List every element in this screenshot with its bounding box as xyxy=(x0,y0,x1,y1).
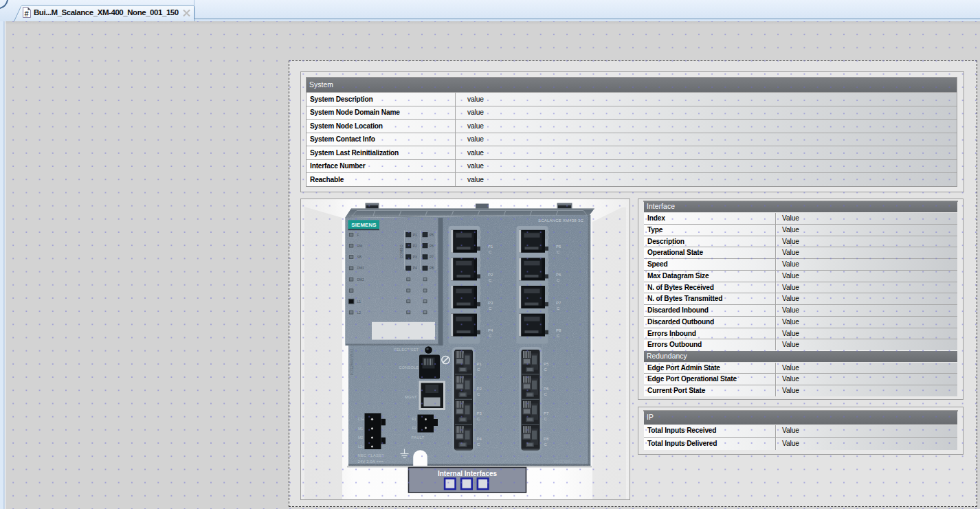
svg-text:C: C xyxy=(477,442,480,446)
svg-text:SIEMENS: SIEMENS xyxy=(351,222,377,228)
svg-text:C: C xyxy=(557,278,560,282)
svg-text:#: # xyxy=(25,10,29,18)
svg-text:P7: P7 xyxy=(544,411,549,416)
svg-text:NEC CLASS2: NEC CLASS2 xyxy=(358,453,384,457)
svg-text:L1: L1 xyxy=(357,300,361,304)
svg-text:P2: P2 xyxy=(413,245,417,248)
svg-text:M2: M2 xyxy=(358,436,363,440)
svg-text:P8: P8 xyxy=(544,437,549,441)
svg-text:DM1: DM1 xyxy=(357,267,365,270)
svg-text:C: C xyxy=(544,367,548,372)
svg-text:P4: P4 xyxy=(477,437,482,441)
svg-text:P5: P5 xyxy=(544,362,549,366)
svg-text:P5: P5 xyxy=(556,245,561,249)
svg-text:P4: P4 xyxy=(488,328,493,332)
svg-text:P3: P3 xyxy=(488,301,493,305)
svg-text:COMBO: COMBO xyxy=(400,245,403,258)
svg-text:F1: F1 xyxy=(412,417,416,421)
svg-text:P6: P6 xyxy=(430,245,434,248)
svg-text:C: C xyxy=(544,392,548,396)
svg-text:P6: P6 xyxy=(544,387,549,391)
svg-text:P7: P7 xyxy=(556,301,561,305)
svg-text:P2: P2 xyxy=(488,273,493,277)
svg-text:C: C xyxy=(557,334,560,338)
svg-text:6GK5 438-3: 6GK5 438-3 xyxy=(554,460,572,464)
svg-text:MGNT: MGNT xyxy=(405,395,417,399)
svg-text:L2+: L2+ xyxy=(358,444,364,449)
svg-text:P1: P1 xyxy=(488,245,493,249)
svg-text:RM: RM xyxy=(357,245,363,248)
svg-text:P8: P8 xyxy=(556,328,561,332)
svg-text:C: C xyxy=(544,417,548,421)
svg-text:P1TE78693 V5.0.1: P1TE78693 V5.0.1 xyxy=(350,348,354,375)
svg-text:SCALANCE XM438-3C: SCALANCE XM438-3C xyxy=(538,218,584,223)
svg-text:C: C xyxy=(489,306,492,310)
svg-text:P2: P2 xyxy=(477,387,482,391)
svg-text:P8: P8 xyxy=(430,267,434,270)
svg-text:24V 2.0A ===: 24V 2.0A === xyxy=(358,460,384,464)
svg-text:C: C xyxy=(477,392,480,396)
svg-text:P1: P1 xyxy=(413,234,417,237)
svg-text:C: C xyxy=(489,334,492,338)
svg-text:F2: F2 xyxy=(412,426,416,430)
svg-text:P7: P7 xyxy=(430,256,434,259)
svg-text:C: C xyxy=(477,417,480,421)
svg-text:DM2: DM2 xyxy=(357,278,365,282)
svg-text:Internal Interfaces: Internal Interfaces xyxy=(438,470,498,477)
svg-text:P5: P5 xyxy=(430,234,434,237)
svg-text:C: C xyxy=(489,250,492,254)
svg-text:C: C xyxy=(544,442,548,446)
svg-text:P4: P4 xyxy=(413,267,417,270)
svg-text:P6: P6 xyxy=(556,273,561,277)
svg-text:C: C xyxy=(489,278,492,282)
svg-text:SELECT/SET: SELECT/SET xyxy=(394,348,419,352)
svg-text:SB: SB xyxy=(357,256,362,259)
svg-text:C: C xyxy=(557,250,560,254)
svg-text:FAULT: FAULT xyxy=(412,436,425,440)
svg-text:L1+: L1+ xyxy=(358,417,364,421)
svg-text:P3: P3 xyxy=(477,411,482,416)
svg-text:L2: L2 xyxy=(357,311,361,315)
svg-text:P3: P3 xyxy=(413,256,417,259)
svg-text:M1: M1 xyxy=(358,427,363,431)
svg-text:C: C xyxy=(557,306,560,310)
svg-text:CONSOLE: CONSOLE xyxy=(399,365,419,370)
svg-text:P1: P1 xyxy=(477,362,482,366)
svg-text:F: F xyxy=(357,234,359,237)
svg-text:C: C xyxy=(477,367,480,372)
